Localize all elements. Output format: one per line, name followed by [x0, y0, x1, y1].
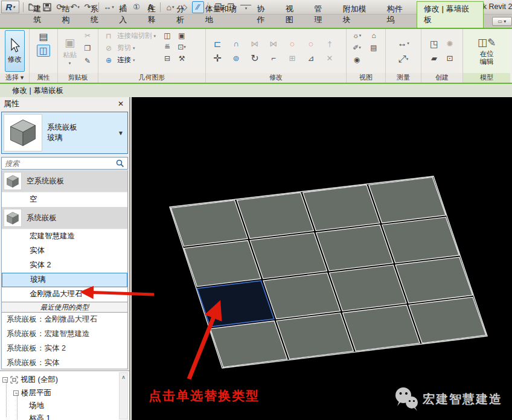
- curtain-panel-r1c4[interactable]: [369, 177, 446, 223]
- tab-7[interactable]: 协作: [250, 2, 278, 28]
- type-item[interactable]: 实体: [2, 244, 127, 258]
- beam-cope-icon[interactable]: ≝: [161, 42, 174, 52]
- apply-coping-icon[interactable]: ⊡▾: [175, 42, 188, 52]
- trim-extend-corner-icon[interactable]: ⌐: [267, 52, 280, 65]
- move-icon[interactable]: ✛: [211, 52, 224, 65]
- curtain-panel-r4c3[interactable]: [342, 305, 420, 351]
- tab-9[interactable]: 管理: [307, 2, 336, 28]
- modify-button[interactable]: 修改: [5, 30, 25, 72]
- paint-icon[interactable]: ⊟: [161, 53, 174, 64]
- search-icon[interactable]: [115, 159, 125, 168]
- curtain-panel-r2c3[interactable]: [316, 225, 393, 271]
- wall-joins-icon[interactable]: ◫: [161, 30, 174, 41]
- align-icon[interactable]: ⊏: [211, 38, 224, 50]
- tab-6[interactable]: 体量和场地: [199, 2, 251, 28]
- render-icon[interactable]: ⌂: [367, 30, 380, 41]
- panel-select-label[interactable]: 选择 ▾: [0, 73, 29, 83]
- type-item[interactable]: 实体 2: [2, 258, 127, 273]
- properties-palette-icon[interactable]: ◫: [37, 45, 50, 57]
- create-similar-icon[interactable]: ◳: [427, 38, 441, 50]
- create-assembly-icon[interactable]: ⊡: [443, 52, 456, 65]
- tab-0[interactable]: 建筑: [27, 2, 55, 28]
- family-header[interactable]: 空系统嵌板: [2, 170, 127, 192]
- search-input[interactable]: [2, 159, 115, 168]
- match-type-properties-icon[interactable]: ✎: [81, 56, 94, 66]
- measure-between-points-icon[interactable]: ⤢▾: [397, 53, 410, 65]
- cut-icon[interactable]: ✂: [81, 30, 94, 41]
- pin-icon[interactable]: †: [323, 38, 336, 50]
- type-item-selected[interactable]: 玻璃: [2, 273, 127, 287]
- copy-icon[interactable]: ❐: [81, 43, 94, 54]
- tree-scrollbar[interactable]: ∧: [119, 372, 128, 419]
- tab-2[interactable]: 系统: [84, 2, 112, 28]
- tab-5[interactable]: 分析: [170, 2, 198, 28]
- split-with-gap-icon[interactable]: ◌: [304, 38, 318, 50]
- revit-logo-button[interactable]: R▾: [1, 1, 19, 13]
- scale-icon[interactable]: ⊿: [304, 52, 318, 65]
- mirror-draw-axis-icon[interactable]: ⋈: [267, 38, 280, 50]
- family-header[interactable]: 系统嵌板: [2, 207, 127, 229]
- curtain-panel-r3c1-selected[interactable]: [197, 281, 274, 326]
- tab-contextual-modify[interactable]: 修改 | 幕墙嵌板: [417, 1, 484, 28]
- tree-collapse-icon[interactable]: -: [13, 390, 19, 396]
- tree-collapse-icon[interactable]: -: [2, 377, 8, 383]
- tree-item[interactable]: -视图 (全部): [2, 374, 58, 385]
- curtain-panel-r4c2[interactable]: [277, 313, 354, 359]
- offset-icon[interactable]: ∩: [229, 38, 243, 50]
- tab-1[interactable]: 结构: [55, 2, 83, 28]
- close-icon[interactable]: ✕: [116, 100, 126, 108]
- chevron-down-icon[interactable]: ▼: [118, 130, 124, 136]
- type-selector[interactable]: 系统嵌板 玻璃 ▼: [1, 112, 128, 154]
- curtain-panel-r2c1[interactable]: [184, 241, 261, 287]
- type-item[interactable]: 空: [2, 192, 127, 207]
- curtain-panel-r3c2[interactable]: [263, 273, 341, 319]
- tab-8[interactable]: 视图: [279, 2, 307, 28]
- ruler-icon[interactable]: ↔▾: [397, 37, 410, 49]
- tab-3[interactable]: 插入: [112, 2, 141, 28]
- curtain-panel-r2c2[interactable]: [250, 233, 327, 279]
- demolish-hammer-icon[interactable]: ⚒: [175, 53, 188, 64]
- curtain-panel-r3c3[interactable]: [329, 265, 406, 311]
- rotate-icon[interactable]: ↻: [248, 52, 261, 65]
- join-end-cut-button[interactable]: ⊓连接端切割▾: [102, 30, 156, 42]
- drawing-area[interactable]: 宏建智慧建造: [132, 97, 512, 420]
- tree-item[interactable]: 场地: [29, 400, 44, 411]
- tree-item[interactable]: 标高 1: [29, 413, 50, 420]
- curtain-panel-r3c4[interactable]: [395, 257, 473, 303]
- curtain-panel-r1c2[interactable]: [237, 192, 313, 238]
- hide-elements-icon[interactable]: ▤: [367, 42, 380, 53]
- curtain-panel-r1c3[interactable]: [302, 185, 379, 231]
- properties-header[interactable]: 属性 ✕: [0, 97, 129, 110]
- tree-item[interactable]: -楼层平面: [13, 387, 51, 398]
- camera-icon[interactable]: ◉: [350, 54, 363, 65]
- join-geometry-button[interactable]: ⊕连接▾: [102, 54, 156, 66]
- tab-11[interactable]: 构件坞: [380, 2, 417, 28]
- cut-geometry-button[interactable]: ⊘剪切▾: [102, 42, 156, 54]
- curtain-panel-r4c4[interactable]: [409, 297, 486, 343]
- recent-type-item[interactable]: 系统嵌板：宏建智慧建造: [2, 327, 127, 342]
- mirror-pick-axis-icon[interactable]: ⋈: [248, 38, 261, 50]
- recent-type-item[interactable]: 系统嵌板：实体 2: [2, 342, 127, 356]
- type-item[interactable]: 金刚微晶大理石: [2, 287, 127, 302]
- view-visibility-icon[interactable]: ☼▾: [350, 30, 363, 41]
- scroll-up-icon[interactable]: ∧: [120, 373, 127, 382]
- curtain-panel-r2c4[interactable]: [382, 217, 459, 263]
- curtain-panel-r4c1[interactable]: [210, 321, 287, 368]
- paste-button[interactable]: ▣ 粘贴 ▾: [60, 30, 80, 72]
- delete-icon[interactable]: ✕: [323, 52, 336, 65]
- create-parts-icon[interactable]: ▰: [427, 52, 441, 65]
- edit-in-place-button[interactable]: ◫✎ 在位 编辑: [475, 30, 499, 72]
- type-item[interactable]: 宏建智慧建造: [2, 229, 127, 244]
- type-properties-icon[interactable]: ▤: [37, 30, 50, 42]
- linework-brush-icon[interactable]: ✐▾: [350, 42, 363, 53]
- create-group-icon[interactable]: ✺: [443, 38, 456, 50]
- split-face-icon[interactable]: ▣: [175, 30, 188, 41]
- curtain-panel-r1c1[interactable]: [171, 200, 248, 246]
- array-icon[interactable]: ⊞: [286, 52, 299, 65]
- tab-4[interactable]: 注释: [141, 2, 170, 28]
- copy-element-icon[interactable]: ⊚: [229, 52, 243, 65]
- split-element-icon[interactable]: ◌: [286, 38, 299, 50]
- ribbon-display-toggle[interactable]: ▭ ▾: [492, 17, 512, 26]
- tab-10[interactable]: 附加模块: [336, 2, 380, 28]
- recent-type-item[interactable]: 系统嵌板：实体: [2, 356, 127, 369]
